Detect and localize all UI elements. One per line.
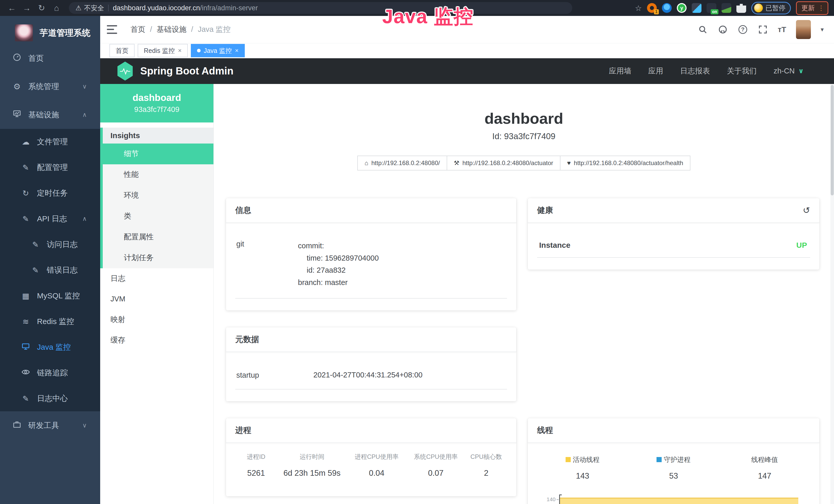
insights-group-header[interactable]: Insights [103, 128, 214, 143]
process-col-header: 进程ID [235, 453, 277, 461]
sidebar-item-home[interactable]: 首页 [0, 44, 100, 72]
sidebar-item-label: 定时任务 [37, 188, 68, 199]
wrench-icon: ⚒ [454, 159, 460, 167]
sidebar-item-file-mgmt[interactable]: ☁ 文件管理 [0, 129, 100, 155]
breadcrumb: 首页 / 基础设施 / Java 监控 [130, 24, 231, 35]
user-avatar[interactable] [796, 20, 811, 39]
not-secure-label[interactable]: 不安全 [84, 4, 104, 13]
health-url-button[interactable]: ♥ http://192.168.0.2:48080/actuator/heal… [560, 156, 690, 170]
fullscreen-icon[interactable] [758, 24, 768, 35]
sidebar-item-system-mgmt[interactable]: ⚙ 系统管理 ∨ [0, 72, 100, 101]
update-button[interactable]: 更新⋮ [796, 1, 828, 15]
sidebar-item-infrastructure[interactable]: 基础设施 ∧ [0, 101, 100, 129]
breadcrumb-separator: / [150, 25, 152, 33]
close-icon[interactable]: × [178, 47, 182, 54]
tab-label: Java 监控 [204, 46, 232, 55]
sidebar-menu: 首页 ⚙ 系统管理 ∨ 基础设施 ∧ ☁ 文件管理 ✎ [0, 44, 100, 439]
search-icon[interactable] [698, 24, 708, 35]
font-size-icon[interactable]: тT [778, 25, 786, 34]
breadcrumb-home[interactable]: 首页 [130, 24, 146, 35]
peak-threads-value: 147 [719, 472, 810, 481]
avatar-caret-icon[interactable]: ▾ [821, 26, 824, 33]
service-url-button[interactable]: ⌂ http://192.168.0.2:48080/ [357, 156, 447, 170]
card-title: 信息 [235, 205, 251, 216]
sba-instance-header[interactable]: dashboard 93a3fc7f7409 [100, 84, 214, 122]
sba-side-item-environment[interactable]: 环境 [103, 185, 214, 206]
extension-icon-green-y[interactable]: y [677, 3, 686, 13]
sba-side-item-details[interactable]: 细节 [103, 143, 214, 164]
sidebar-item-access-logs[interactable]: ✎ 访问日志 [0, 232, 100, 257]
sba-nav-about[interactable]: 关于我们 [727, 66, 757, 76]
threads-area-series [560, 498, 798, 504]
sidebar-item-error-logs[interactable]: ✎ 错误日志 [0, 257, 100, 283]
address-bar[interactable]: ⚠ 不安全 dashboard.yudao.iocoder.cn /infra/… [69, 2, 572, 14]
sidebar-item-log-center[interactable]: ✎ 日志中心 [0, 386, 100, 411]
paused-badge[interactable]: 已暂停 [751, 2, 791, 15]
gear-icon: ⚙ [12, 82, 22, 91]
history-icon[interactable]: ↺ [803, 205, 810, 215]
sidebar-item-api-logs[interactable]: ✎ API 日志 ∧ [0, 206, 100, 232]
sba-side-item-scheduled-tasks[interactable]: 计划任务 [103, 248, 214, 268]
url-host[interactable]: dashboard.yudao.iocoder.cn [113, 4, 200, 12]
help-icon[interactable]: ? [738, 24, 748, 35]
sba-nav-applications[interactable]: 应用 [648, 66, 663, 76]
sba-side-item-metrics[interactable]: 性能 [103, 164, 214, 185]
ytick-140: 140 [547, 496, 555, 502]
app-logo-row[interactable]: 芋道管理系统 [0, 16, 100, 44]
sba-side-item-config-props[interactable]: 配置属性 [103, 227, 214, 248]
breadcrumb-infra[interactable]: 基础设施 [157, 24, 186, 35]
threads-chart-yaxis: 140 120 100 [537, 495, 559, 504]
sba-side-item-logs[interactable]: 日志 [100, 268, 214, 289]
tab-home[interactable]: 首页 [109, 44, 135, 57]
top-navbar: 首页 / 基础设施 / Java 监控 ? тT ▾ [100, 16, 834, 43]
sba-side-item-mappings[interactable]: 映射 [100, 310, 214, 330]
health-status-badge: UP [796, 241, 807, 250]
sidebar-item-label: MySQL 监控 [37, 291, 80, 301]
url-path[interactable]: /infra/admin-server [200, 4, 258, 12]
monitor-icon [21, 342, 31, 352]
tab-java-monitor[interactable]: Java 监控 × [191, 44, 245, 57]
hamburger-icon[interactable] [107, 25, 117, 34]
sidebar-item-label: 首页 [28, 53, 44, 64]
sidebar-item-java-monitor[interactable]: Java 监控 [0, 334, 100, 360]
back-icon[interactable]: ← [6, 3, 18, 13]
app-logo-image [15, 24, 33, 41]
github-icon[interactable] [718, 24, 728, 35]
sba-side-item-classes[interactable]: 类 [103, 206, 214, 227]
scrollbar-thumb[interactable] [831, 85, 834, 196]
extensions-puzzle-icon[interactable] [737, 3, 746, 13]
sba-side-item-jvm[interactable]: JVM [100, 289, 214, 310]
actuator-url-button[interactable]: ⚒ http://192.168.0.2:48080/actuator [447, 156, 561, 170]
scrollbar-track[interactable] [830, 84, 834, 504]
sidebar: 芋道管理系统 首页 ⚙ 系统管理 ∨ 基础设施 ∧ [0, 16, 100, 504]
extension-icon-pin[interactable] [662, 3, 672, 13]
extension-icon-on[interactable]: on [707, 3, 716, 13]
sba-brand-title[interactable]: Spring Boot Admin [140, 65, 234, 77]
sba-side-item-caches[interactable]: 缓存 [100, 330, 214, 350]
extension-icon-orange[interactable]: 1 [647, 3, 657, 13]
sidebar-item-config-mgmt[interactable]: ✎ 配置管理 [0, 155, 100, 180]
extension-icon-grid[interactable] [692, 3, 701, 13]
sidebar-item-label: 错误日志 [47, 265, 78, 275]
forward-icon[interactable]: → [21, 3, 33, 13]
close-icon[interactable]: × [235, 47, 239, 54]
active-tab-dot [197, 49, 201, 52]
sba-nav-journal[interactable]: 日志报表 [680, 66, 710, 76]
tab-redis-monitor[interactable]: Redis 监控 × [138, 44, 188, 57]
sidebar-item-mysql-monitor[interactable]: ▦ MySQL 监控 [0, 283, 100, 308]
bookmark-star-icon[interactable]: ☆ [635, 4, 642, 13]
sba-nav-wallboard[interactable]: 应用墙 [609, 66, 631, 76]
spring-boot-admin-logo[interactable] [117, 62, 134, 81]
sidebar-item-tracing[interactable]: 链路追踪 [0, 360, 100, 386]
browser-menu-icon[interactable]: ⋮ [818, 4, 825, 12]
sidebar-item-redis-monitor[interactable]: ≋ Redis 监控 [0, 308, 100, 334]
yellow-swatch-icon [566, 457, 571, 462]
reload-icon[interactable]: ↻ [36, 3, 48, 13]
sba-language-select[interactable]: zh-CN ∨ [774, 67, 804, 75]
browser-home-icon[interactable]: ⌂ [50, 3, 63, 13]
extension-icon-leaf[interactable] [722, 3, 731, 13]
sidebar-item-scheduled-jobs[interactable]: ↻ 定时任务 [0, 180, 100, 206]
sidebar-item-dev-tools[interactable]: 研发工具 ∨ [0, 411, 100, 439]
metadata-startup-row: startup 2021-04-27T00:44:31.254+08:00 [235, 362, 507, 389]
infrastructure-submenu: ☁ 文件管理 ✎ 配置管理 ↻ 定时任务 ✎ API 日志 ∧ ✎ [0, 129, 100, 411]
